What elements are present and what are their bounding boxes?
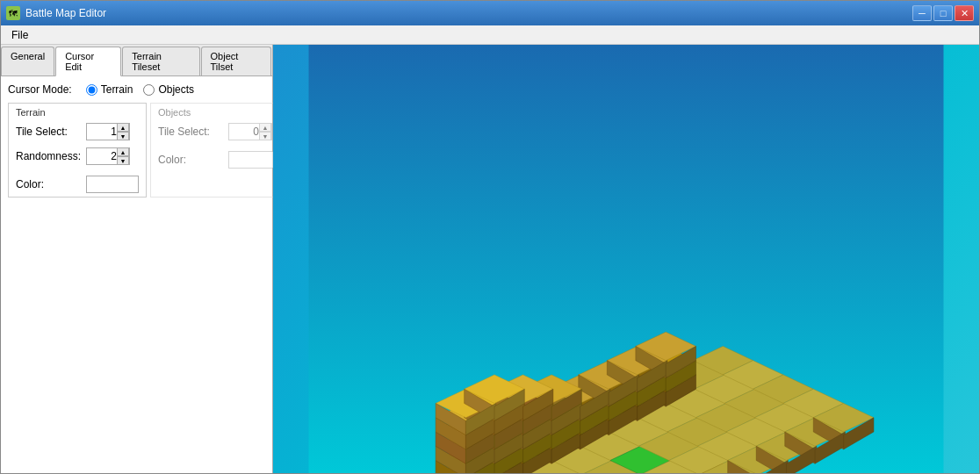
cursor-mode-label: Cursor Mode: (8, 83, 72, 96)
radio-terrain-label: Terrain (101, 83, 133, 96)
randomness-down[interactable]: ▼ (117, 156, 129, 165)
radio-objects-label: Objects (158, 83, 194, 96)
iso-map-canvas (273, 45, 979, 473)
terrain-section-title: Terrain (16, 107, 139, 118)
main-content: General Cursor Edit Terrain Tileset Obje… (1, 45, 979, 473)
tab-cursor-edit[interactable]: Cursor Edit (55, 47, 121, 76)
title-bar: 🗺 Battle Map Editor ─ □ ✕ (1, 1, 979, 25)
obj-tile-select-row: Tile Select: ▲ ▼ (158, 123, 281, 140)
obj-tile-select-label: Tile Select: (158, 126, 228, 138)
obj-spinner-buttons: ▲ ▼ (259, 123, 271, 140)
obj-tile-select-spinner: ▲ ▼ (228, 123, 272, 140)
menu-bar: File (1, 25, 979, 45)
two-column-layout: Terrain Tile Select: ▲ ▼ (8, 103, 265, 198)
terrain-section: Terrain Tile Select: ▲ ▼ (8, 103, 147, 198)
spinner-buttons: ▲ ▼ (117, 123, 129, 140)
tile-select-spinner: ▲ ▼ (86, 123, 130, 140)
tile-select-label: Tile Select: (16, 126, 86, 138)
objects-section-title: Objects (158, 107, 281, 118)
maximize-button[interactable]: □ (933, 5, 953, 21)
tile-select-row: Tile Select: ▲ ▼ (16, 123, 139, 140)
cursor-mode-radio-group: Terrain Objects (86, 83, 194, 96)
radio-terrain[interactable]: Terrain (86, 83, 133, 96)
terrain-color-swatch[interactable] (86, 176, 139, 193)
app-icon: 🗺 (6, 6, 20, 20)
menu-item-file[interactable]: File (4, 27, 35, 43)
cursor-mode-row: Cursor Mode: Terrain Objects (8, 83, 265, 96)
app-window: 🗺 Battle Map Editor ─ □ ✕ File General C… (0, 0, 980, 474)
radio-terrain-input[interactable] (86, 84, 97, 96)
left-panel: General Cursor Edit Terrain Tileset Obje… (1, 45, 273, 473)
map-view[interactable] (273, 45, 979, 473)
objects-section: Objects Tile Select: ▲ ▼ (150, 103, 289, 198)
obj-tile-select-input[interactable] (231, 126, 259, 138)
randomness-input[interactable] (89, 150, 117, 162)
close-button[interactable]: ✕ (955, 5, 974, 21)
terrain-color-label: Color: (16, 178, 86, 190)
obj-tile-select-down[interactable]: ▼ (259, 132, 271, 140)
tab-bar: General Cursor Edit Terrain Tileset Obje… (1, 45, 272, 76)
randomness-spinner-buttons: ▲ ▼ (117, 147, 129, 165)
tile-select-up[interactable]: ▲ (117, 123, 129, 132)
tab-terrain-tileset[interactable]: Terrain Tileset (122, 47, 199, 75)
tile-select-down[interactable]: ▼ (117, 132, 129, 140)
title-bar-buttons: ─ □ ✕ (912, 5, 974, 21)
tile-select-input[interactable] (89, 126, 117, 138)
minimize-button[interactable]: ─ (912, 5, 932, 21)
randomness-row: Randomness: ▲ ▼ (16, 147, 139, 165)
terrain-color-row: Color: (16, 176, 139, 193)
obj-tile-select-up[interactable]: ▲ (259, 123, 271, 132)
randomness-spinner: ▲ ▼ (86, 147, 130, 165)
panel-content: Cursor Mode: Terrain Objects (1, 76, 272, 473)
randomness-up[interactable]: ▲ (117, 147, 129, 156)
obj-color-label: Color: (158, 154, 228, 166)
title-bar-left: 🗺 Battle Map Editor (6, 6, 106, 20)
tab-general[interactable]: General (1, 47, 54, 75)
radio-objects-input[interactable] (143, 84, 155, 96)
obj-color-row: Color: (158, 151, 281, 169)
tab-object-tileset[interactable]: Object Tilset (201, 47, 272, 75)
radio-objects[interactable]: Objects (143, 83, 194, 96)
window-title: Battle Map Editor (25, 7, 106, 19)
randomness-label: Randomness: (16, 150, 86, 162)
